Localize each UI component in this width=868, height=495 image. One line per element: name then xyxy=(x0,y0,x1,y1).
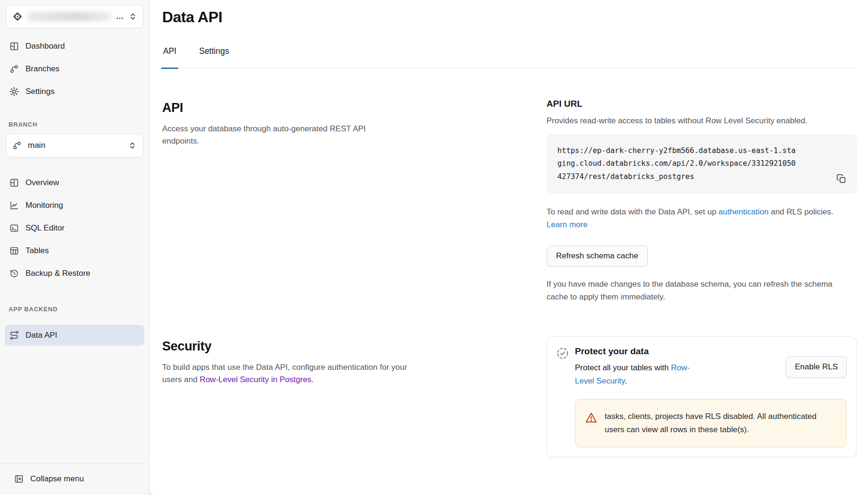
api-section-right: API URL Provides read-write access to ta… xyxy=(547,98,857,303)
learn-more-link[interactable]: Learn more xyxy=(547,220,588,229)
gear-icon xyxy=(9,87,19,96)
auth-note-prefix: To read and write data with the Data API… xyxy=(547,207,719,216)
protect-data-card-header: Protect your data Protect all your table… xyxy=(556,346,847,388)
sidebar-item-label: Branches xyxy=(26,64,60,74)
protect-data-subtitle-period: . xyxy=(625,376,627,385)
dashboard-icon xyxy=(9,42,19,51)
project-name-redacted xyxy=(28,12,112,21)
sidebar: ... Dashboard xyxy=(0,0,149,495)
project-diamond-icon xyxy=(12,11,23,22)
branch-selector[interactable]: main xyxy=(6,134,143,157)
sidebar-item-settings[interactable]: Settings xyxy=(5,81,144,102)
collapse-menu-label: Collapse menu xyxy=(30,474,84,484)
chevron-up-down-icon xyxy=(129,12,137,21)
tab-settings[interactable]: Settings xyxy=(198,43,230,68)
project-selector[interactable]: ... xyxy=(6,5,143,28)
rls-warning-banner: tasks, clients, projects have RLS disabl… xyxy=(575,399,847,447)
api-heading: API xyxy=(162,101,547,115)
copy-api-url-button[interactable] xyxy=(833,171,849,186)
sidebar-item-label: Dashboard xyxy=(26,42,65,51)
app-backend-section-label: APP BACKEND xyxy=(9,306,144,313)
sidebar-item-label: Overview xyxy=(26,178,59,188)
sidebar-item-dashboard[interactable]: Dashboard xyxy=(5,36,144,57)
api-description: Access your database through auto-genera… xyxy=(162,123,375,148)
sidebar-item-sql-editor[interactable]: SQL Editor xyxy=(5,218,144,239)
rls-warning-text: tasks, clients, projects have RLS disabl… xyxy=(605,410,827,436)
monitoring-icon xyxy=(9,201,19,210)
sidebar-item-data-api[interactable]: Data API xyxy=(5,325,144,346)
overview-icon xyxy=(9,178,19,188)
project-name-ellipsis: ... xyxy=(116,12,124,21)
enable-rls-button[interactable]: Enable RLS xyxy=(786,356,847,378)
route-icon xyxy=(9,331,19,340)
dashed-circle-check-icon xyxy=(556,347,569,359)
sidebar-footer: Collapse menu xyxy=(0,463,149,495)
history-icon xyxy=(9,269,19,278)
copy-icon xyxy=(836,174,846,184)
protect-data-title: Protect your data xyxy=(575,346,700,357)
branches-icon xyxy=(9,64,19,74)
tab-bar: API Settings xyxy=(162,43,857,68)
protect-data-subtitle: Protect all your tables with Row-Level S… xyxy=(575,361,700,388)
protect-data-texts: Protect your data Protect all your table… xyxy=(575,346,700,388)
protect-data-card: Protect your data Protect all your table… xyxy=(547,336,857,457)
security-heading: Security xyxy=(162,339,547,354)
api-section-left: API Access your database through auto-ge… xyxy=(162,98,547,148)
security-section-left: Security To build apps that use the Data… xyxy=(162,336,547,386)
collapse-panel-icon xyxy=(14,474,24,484)
page-title: Data API xyxy=(162,8,857,26)
authentication-link[interactable]: authentication xyxy=(719,207,769,216)
sidebar-item-label: Settings xyxy=(26,87,54,96)
sidebar-item-label: Monitoring xyxy=(26,201,63,210)
refresh-schema-note: If you have made changes to the database… xyxy=(547,278,840,303)
api-section: API Access your database through auto-ge… xyxy=(162,98,857,303)
sidebar-item-label: Data API xyxy=(26,331,57,340)
branch-icon xyxy=(12,141,22,150)
api-url-codebox: https://ep-dark-cherry-y2fbm566.database… xyxy=(547,135,857,194)
sidebar-item-label: Tables xyxy=(26,246,49,256)
sidebar-nav-branch: Overview Monitoring SQL Editor xyxy=(5,172,144,284)
api-url-description: Provides read-write access to tables wit… xyxy=(547,115,857,127)
sql-editor-icon xyxy=(9,223,19,233)
chevron-up-down-icon xyxy=(128,141,137,150)
branch-selector-value: main xyxy=(28,141,122,150)
sidebar-item-backup-restore[interactable]: Backup & Restore xyxy=(5,263,144,284)
warning-triangle-icon xyxy=(585,411,598,424)
api-url-value: https://ep-dark-cherry-y2fbm566.database… xyxy=(557,145,798,184)
security-section: Security To build apps that use the Data… xyxy=(162,336,857,457)
rls-postgres-link[interactable]: Row-Level Security in Postgres. xyxy=(200,375,313,384)
sidebar-nav-project: Dashboard Branches xyxy=(5,36,144,102)
protect-data-subtitle-text: Protect all your tables with xyxy=(575,363,671,372)
sidebar-item-label: SQL Editor xyxy=(26,223,65,233)
main-content: Data API API Settings API Access your da… xyxy=(149,0,868,495)
security-description: To build apps that use the Data API, con… xyxy=(162,361,420,386)
sidebar-item-overview[interactable]: Overview xyxy=(5,172,144,193)
auth-note: To read and write data with the Data API… xyxy=(547,205,840,231)
collapse-menu-button[interactable]: Collapse menu xyxy=(9,469,139,489)
api-url-heading: API URL xyxy=(547,99,857,109)
branch-section-label: BRANCH xyxy=(9,121,144,128)
sidebar-item-tables[interactable]: Tables xyxy=(5,240,144,261)
tab-api[interactable]: API xyxy=(162,43,177,68)
sidebar-item-label: Backup & Restore xyxy=(26,269,90,278)
tables-icon xyxy=(9,246,19,256)
sidebar-item-monitoring[interactable]: Monitoring xyxy=(5,195,144,216)
sidebar-nav-app-backend: Data API xyxy=(5,325,144,346)
refresh-schema-cache-button[interactable]: Refresh schema cache xyxy=(547,246,648,266)
auth-note-middle: and RLS policies. xyxy=(769,207,833,216)
sidebar-item-branches[interactable]: Branches xyxy=(5,59,144,79)
